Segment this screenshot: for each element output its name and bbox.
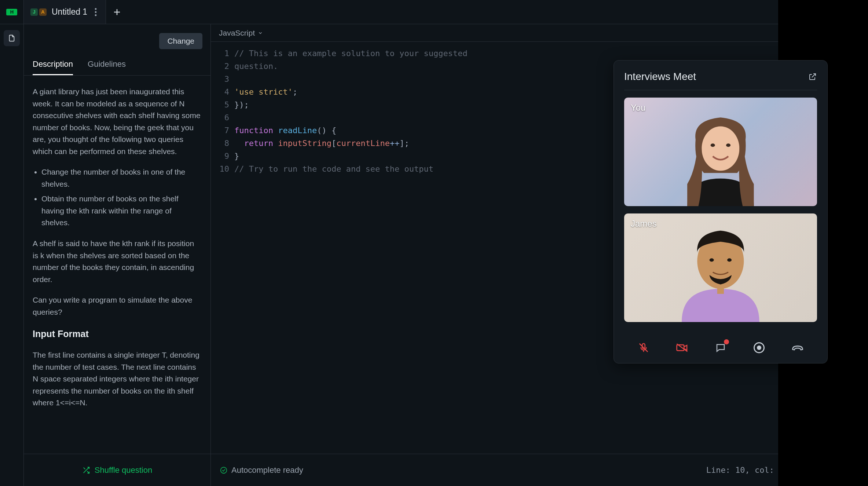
video-label-you: You bbox=[631, 103, 646, 113]
record-icon[interactable] bbox=[752, 340, 766, 355]
chat-icon[interactable] bbox=[713, 340, 728, 355]
line-col-status: Line: 10, col: 31 bbox=[706, 465, 789, 475]
svg-point-0 bbox=[95, 8, 97, 10]
autocomplete-status: Autocomplete ready bbox=[220, 465, 303, 475]
tab-menu-icon[interactable] bbox=[92, 6, 99, 18]
desc-paragraph: Can you write a program to simulate the … bbox=[33, 294, 202, 318]
left-panel: Change Description Guidelines A giant li… bbox=[24, 24, 211, 486]
person-illustration bbox=[647, 106, 794, 206]
chevron-down-icon bbox=[258, 30, 263, 36]
person-illustration bbox=[647, 222, 794, 322]
video-tile-you[interactable]: You bbox=[624, 98, 817, 206]
add-tab-button[interactable] bbox=[106, 8, 128, 17]
top-bar: H J A Untitled 1 bbox=[0, 0, 868, 24]
editor-footer: Autocomplete ready Line: 10, col: 31 Run… bbox=[211, 454, 868, 486]
tab-guidelines[interactable]: Guidelines bbox=[88, 59, 126, 75]
avatar-a: A bbox=[39, 8, 47, 16]
logo[interactable]: H bbox=[0, 0, 24, 24]
camera-off-icon[interactable] bbox=[675, 340, 689, 355]
change-button[interactable]: Change bbox=[159, 33, 202, 49]
svg-point-10 bbox=[711, 143, 715, 147]
desc-paragraph: The first line contains a single integer… bbox=[33, 349, 202, 409]
avatar-j: J bbox=[30, 8, 38, 16]
desc-paragraph: A shelf is said to have the kth rank if … bbox=[33, 238, 202, 285]
meet-controls bbox=[624, 329, 817, 355]
run-placeholder: // Try to run the code and see the outpu… bbox=[234, 164, 433, 173]
input-format-heading: Input Format bbox=[33, 327, 202, 341]
language-select[interactable]: JavaScript bbox=[219, 29, 263, 37]
notification-dot bbox=[724, 339, 729, 344]
shuffle-label: Shuffle question bbox=[95, 465, 152, 475]
description-tabs: Description Guidelines bbox=[24, 49, 210, 76]
svg-point-11 bbox=[726, 143, 730, 147]
desc-bullet: Change the number of books in one of the… bbox=[41, 166, 202, 190]
mic-off-icon[interactable] bbox=[636, 340, 651, 355]
svg-rect-17 bbox=[677, 345, 684, 351]
svg-rect-15 bbox=[717, 286, 724, 294]
file-tab[interactable]: J A Untitled 1 bbox=[24, 0, 106, 24]
shuffle-question-button[interactable]: Shuffle question bbox=[24, 454, 210, 486]
editor-header: JavaScript bbox=[211, 24, 868, 42]
language-label: JavaScript bbox=[219, 29, 255, 37]
svg-point-2 bbox=[95, 14, 97, 16]
open-external-icon[interactable] bbox=[808, 72, 817, 81]
tab-description[interactable]: Description bbox=[33, 59, 73, 75]
interviews-meet-panel[interactable]: Interviews Meet You James bbox=[614, 60, 828, 363]
desc-bullet: Obtain the number of books on the shelf … bbox=[41, 193, 202, 229]
description-body: A giant library has just been inaugurate… bbox=[24, 76, 210, 454]
line-gutter: 1 2 3 4 5 6 7 8 9 10 bbox=[211, 47, 234, 454]
check-circle-icon bbox=[220, 466, 228, 474]
svg-point-14 bbox=[727, 258, 732, 262]
avatar-group: J A bbox=[30, 8, 47, 16]
icon-rail bbox=[0, 24, 24, 486]
hangup-icon[interactable] bbox=[790, 340, 805, 355]
svg-point-1 bbox=[95, 11, 97, 13]
svg-point-9 bbox=[702, 126, 740, 171]
desc-paragraph: A giant library has just been inaugurate… bbox=[33, 86, 202, 157]
tab-title: Untitled 1 bbox=[52, 7, 87, 17]
video-label-james: James bbox=[631, 219, 657, 229]
meet-title: Interviews Meet bbox=[624, 71, 696, 83]
video-tile-james[interactable]: James bbox=[624, 213, 817, 322]
svg-point-13 bbox=[710, 258, 714, 262]
svg-point-6 bbox=[221, 467, 227, 473]
document-icon[interactable] bbox=[4, 30, 20, 46]
logo-badge: H bbox=[6, 9, 17, 15]
